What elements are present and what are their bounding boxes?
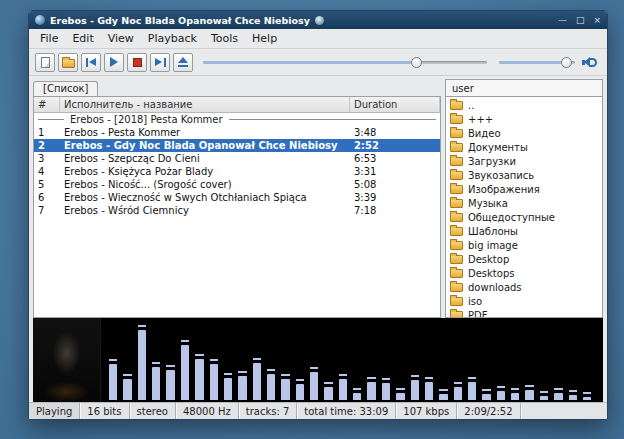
volume-thumb[interactable] (561, 57, 572, 68)
volume-slider[interactable] (499, 55, 575, 69)
column-header-1[interactable]: Исполнитель - название (60, 97, 350, 112)
file-item[interactable]: Desktops (446, 266, 602, 280)
spectrum-analyzer (101, 318, 603, 402)
track-duration: 2:52 (350, 140, 440, 151)
playlist-tab[interactable]: [Список] (33, 81, 98, 96)
folder-name: +++ (468, 114, 493, 125)
folder-icon (450, 185, 463, 194)
playlist-row[interactable]: 4Erebos - Księżyca Pożar Blady3:31 (34, 165, 440, 178)
play-button[interactable] (104, 53, 124, 72)
spectrum-bar (310, 372, 318, 400)
spectrum-bar (482, 394, 490, 400)
spectrum-bar (267, 374, 275, 400)
status-segment: 48000 Hz (176, 403, 239, 419)
folder-name: Изображения (468, 184, 540, 195)
track-title: Erebos - Wieczność w Swych Otchłaniach Ś… (60, 192, 350, 203)
spectrum-bar (382, 383, 390, 400)
column-header-0[interactable]: # (34, 97, 60, 112)
track-title: Erebos - Wśród Ciemnicy (60, 205, 350, 216)
maximize-button[interactable]: □ (576, 16, 585, 25)
track-number: 4 (34, 166, 60, 177)
folder-name: Desktops (468, 268, 514, 279)
stop-button[interactable] (127, 53, 147, 72)
file-item[interactable]: Общедоступные (446, 210, 602, 224)
menu-view[interactable]: View (101, 30, 141, 47)
file-item[interactable]: Desktop (446, 252, 602, 266)
file-browser: ..+++ВидеоДокументыЗагрузкиЗвукозаписьИз… (445, 96, 603, 318)
spectrum-bar (253, 363, 261, 400)
folder-icon (450, 129, 463, 138)
seek-thumb[interactable] (411, 57, 422, 68)
minimize-button[interactable]: — (558, 16, 567, 25)
spectrum-bar (296, 384, 304, 400)
file-item[interactable]: Загрузки (446, 154, 602, 168)
spectrum-bar (353, 393, 361, 400)
file-item[interactable]: big image (446, 238, 602, 252)
title-bar[interactable]: Erebos - Gdy Noc Blada Opanował Chce Nie… (29, 11, 607, 29)
file-item[interactable]: Документы (446, 140, 602, 154)
spectrum-bar (525, 390, 533, 400)
file-item[interactable]: Шаблоны (446, 224, 602, 238)
track-number: 1 (34, 127, 60, 138)
title-badge-icon (315, 16, 324, 25)
file-item[interactable]: .. (446, 98, 602, 112)
speaker-icon (582, 56, 599, 69)
file-item[interactable]: Музыка (446, 196, 602, 210)
status-segment: tracks: 7 (239, 403, 298, 419)
menu-help[interactable]: Help (245, 30, 284, 47)
file-item[interactable]: Изображения (446, 182, 602, 196)
menu-bar: FileEditViewPlaybackToolsHelp (29, 29, 607, 49)
folder-name: Документы (468, 142, 528, 153)
file-browser-location[interactable]: user (445, 79, 603, 96)
next-button[interactable] (150, 53, 170, 72)
playlist-row[interactable]: 5Erebos - Nicość... (Srogość cover)5:08 (34, 178, 440, 191)
main-area: [Список] #Исполнитель - названиеDuration… (29, 76, 607, 318)
spectrum-bar (195, 359, 203, 400)
playlist-row[interactable]: 3Erebos - Szepcząc Do Cieni6:53 (34, 152, 440, 165)
folder-name: Музыка (468, 198, 508, 209)
menu-playback[interactable]: Playback (141, 30, 204, 47)
window-controls: — □ × (558, 16, 601, 25)
file-item[interactable]: Видео (446, 126, 602, 140)
file-item[interactable]: PDF (446, 308, 602, 318)
status-segment: 107 kbps (396, 403, 457, 419)
spectrum-bar (210, 364, 218, 400)
close-button[interactable]: × (593, 16, 601, 25)
track-title: Erebos - Gdy Noc Blada Opanował Chce Nie… (60, 140, 350, 151)
column-header-2[interactable]: Duration (350, 97, 440, 112)
menu-edit[interactable]: Edit (65, 30, 100, 47)
add-file-button[interactable] (35, 53, 55, 72)
file-item[interactable]: downloads (446, 280, 602, 294)
track-title: Erebos - Nicość... (Srogość cover) (60, 179, 350, 190)
previous-button[interactable] (81, 53, 101, 72)
file-item[interactable]: Звукозапись (446, 168, 602, 182)
spectrum-bar (454, 387, 462, 400)
status-bar: Playing16 bitsstereo48000 Hztracks: 7tot… (29, 402, 607, 419)
folder-name: PDF (468, 310, 487, 319)
folder-icon (450, 269, 463, 278)
folder-icon (450, 283, 463, 292)
group-line (38, 119, 64, 120)
menu-tools[interactable]: Tools (204, 30, 245, 47)
next-icon (155, 58, 166, 67)
folder-icon (450, 311, 463, 319)
folder-icon (450, 143, 463, 152)
spectrum-bar (339, 379, 347, 400)
folder-icon (450, 213, 463, 222)
playlist-row[interactable]: 1Erebos - Pesta Kommer3:48 (34, 126, 440, 139)
play-icon (110, 57, 118, 67)
open-folder-button[interactable] (58, 53, 78, 72)
folder-icon (450, 101, 463, 110)
visualizer-panel (33, 318, 603, 402)
file-item[interactable]: iso (446, 294, 602, 308)
playlist-row[interactable]: 2Erebos - Gdy Noc Blada Opanował Chce Ni… (34, 139, 440, 152)
track-duration: 7:18 (350, 205, 440, 216)
eject-button[interactable] (173, 53, 193, 72)
playlist-row[interactable]: 7Erebos - Wśród Ciemnicy7:18 (34, 204, 440, 217)
file-item[interactable]: +++ (446, 112, 602, 126)
seek-slider[interactable] (203, 55, 487, 69)
folder-name: big image (468, 240, 518, 251)
menu-file[interactable]: File (33, 30, 65, 47)
spectrum-bar (569, 395, 577, 400)
playlist-row[interactable]: 6Erebos - Wieczność w Swych Otchłaniach … (34, 191, 440, 204)
